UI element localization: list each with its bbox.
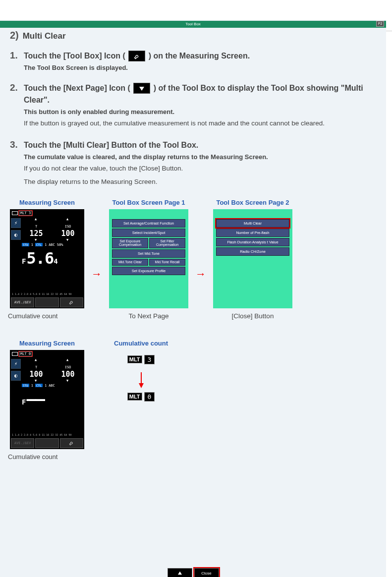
- blank-button[interactable]: [35, 297, 58, 307]
- std-badge: STD: [22, 384, 29, 387]
- ctl-badge: CTL: [35, 384, 43, 387]
- t-value[interactable]: 100: [22, 370, 51, 379]
- user-label: ABC: [49, 384, 55, 388]
- section-number: 2): [10, 30, 19, 41]
- step-1-text-b: ) on the Measuring Screen.: [149, 52, 250, 60]
- btn-radio-ch-zone[interactable]: Radio CH/Zone: [216, 247, 289, 256]
- step-3-body2: The display returns to the Measuring Scr…: [24, 177, 371, 187]
- t-label: T: [35, 365, 37, 369]
- caption-measuring-screen: Measuring Screen: [19, 199, 75, 206]
- step-2-sub: This button is only enabled during measu…: [24, 108, 371, 115]
- step-3-sub: The cumulate value is cleared, and the d…: [24, 153, 371, 161]
- step-2-body: If the button is grayed out, the cumulat…: [24, 118, 371, 128]
- ev-scale: 1 1.4 2 2.8 4 5.6 8 11 16 22 32 45 64 90: [12, 292, 82, 295]
- toolbox-screen-p1: Tool Box P1 Set Average/Contrast Functio…: [109, 209, 188, 308]
- step-number: 1.: [10, 50, 18, 61]
- caption-toolbox-p1: Tool Box Screen Page 1: [109, 199, 188, 206]
- toolbox-button[interactable]: [60, 438, 83, 448]
- mlt-after: MLT0: [127, 392, 155, 402]
- caption-cumulative-count: Cumulative count: [114, 340, 168, 347]
- section-title: Multi Clear: [23, 31, 66, 41]
- t-value[interactable]: 125: [22, 229, 51, 238]
- toolbox-button[interactable]: [60, 297, 83, 307]
- iso-label: ISO: [65, 225, 71, 229]
- toolbox-screen-p2: Tool Box P2 Multi Clear Number of Pre-fl…: [213, 209, 292, 308]
- blank-button[interactable]: [35, 438, 58, 448]
- percent-value: 50%: [57, 243, 63, 247]
- toolbox-title: Tool Box: [0, 21, 386, 28]
- flash-mode-icon[interactable]: ⚡: [11, 359, 21, 369]
- btn-select-incident-spot[interactable]: Select Incident/Spot: [112, 229, 185, 237]
- ch-value: 1: [31, 243, 33, 247]
- battery-icon: [12, 211, 18, 215]
- btn-number-preflash[interactable]: Number of Pre-flash: [216, 229, 289, 237]
- page-indicator: P2: [376, 21, 384, 27]
- btn-average-contrast[interactable]: Set Average/Contrast Function: [112, 219, 185, 228]
- mlt-indicator: MLT 3: [19, 211, 32, 216]
- iso-value[interactable]: 100: [54, 370, 82, 379]
- sphere-mode-icon[interactable]: ◐: [11, 230, 21, 240]
- btn-filter-comp[interactable]: Set Filter Compensation: [149, 238, 185, 248]
- measuring-screen-1: MLT 3 ⚡ ◐ ▲ T: [10, 209, 84, 308]
- f-reading: F––: [22, 390, 82, 408]
- zone-value: 1: [45, 243, 47, 247]
- step-1-text-a: Touch the [Tool Box] Icon (: [24, 52, 125, 60]
- btn-midtone-recall[interactable]: Mid.Tone Recall: [149, 259, 185, 266]
- wrench-icon: [128, 51, 145, 61]
- btn-flash-duration[interactable]: Flash Duration Analysis t Value: [216, 238, 289, 246]
- btn-exposure-profile[interactable]: Set Exposure Profile: [112, 267, 185, 275]
- prev-page-button[interactable]: [168, 568, 192, 577]
- caption-measuring-screen-2: Measuring Screen: [19, 340, 75, 347]
- step-2: 2. Touch the [Next Page] Icon ( ) of the…: [10, 82, 371, 128]
- step-3-head: Touch the [Multi Clear] Button of the To…: [24, 139, 371, 151]
- section-heading: 2) Multi Clear: [10, 30, 371, 41]
- iso-label: ISO: [65, 365, 71, 369]
- flash-mode-icon[interactable]: ⚡: [11, 218, 21, 228]
- battery-icon: [12, 352, 18, 356]
- svg-marker-0: [139, 87, 144, 91]
- label-cumulative-count: Cumulative count: [8, 312, 57, 320]
- step-number: 2.: [10, 82, 18, 93]
- arrow-right-icon: →: [195, 268, 206, 281]
- label-close-button: [Close] Button: [232, 312, 274, 320]
- iso-value[interactable]: 100: [54, 229, 82, 238]
- step-number: 3.: [10, 139, 18, 150]
- sphere-mode-icon[interactable]: ◐: [11, 371, 21, 381]
- mlt-before: MLT3: [127, 355, 155, 364]
- step-1-sub: The Tool Box Screen is displayed.: [24, 64, 371, 71]
- close-button[interactable]: Close: [194, 568, 219, 577]
- ch-value: 1: [31, 384, 33, 388]
- triangle-down-icon: [133, 83, 150, 94]
- arrow-right-icon: →: [91, 268, 102, 281]
- ctl-badge: CTL: [35, 243, 43, 246]
- step-3: 3. Touch the [Multi Clear] Button of the…: [10, 139, 371, 187]
- mlt-indicator: MLT 0: [19, 351, 32, 356]
- btn-exposure-comp[interactable]: Set Exposure Compensation: [112, 238, 148, 248]
- btn-multi-clear[interactable]: Multi Clear: [216, 219, 289, 228]
- step-2-text-a: Touch the [Next Page] Icon (: [24, 84, 130, 92]
- step-3-body1: If you do not clear the value, touch the…: [24, 164, 371, 173]
- user-label: ABC: [49, 243, 55, 247]
- ave-ev-button-disabled: AVE./ΔEV: [11, 438, 34, 448]
- btn-set-midtone[interactable]: Set Mid.Tone: [112, 249, 185, 258]
- ev-scale: 1 1.4 2 2.8 4 5.6 8 11 16 22 32 45 64 90: [12, 433, 82, 436]
- label-to-next-page: To Next Page: [128, 312, 168, 320]
- measuring-screen-2: MLT 0 ⚡ ◐ ▲ T: [10, 350, 84, 449]
- label-cumulative-count-2: Cumulative count: [8, 453, 57, 461]
- ave-ev-button[interactable]: AVE./ΔEV: [11, 297, 34, 307]
- zone-value: 1: [45, 384, 47, 388]
- arrow-down-icon: [139, 383, 144, 388]
- t-label: T: [35, 225, 37, 229]
- step-1: 1. Touch the [Tool Box] Icon ( ) on the …: [10, 50, 371, 71]
- caption-toolbox-p2: Tool Box Screen Page 2: [213, 199, 292, 206]
- std-badge: STD: [22, 243, 29, 246]
- arrow-stem: [141, 372, 142, 383]
- svg-marker-2: [178, 572, 182, 575]
- f-reading: F5.64: [22, 249, 82, 268]
- btn-midtone-clear[interactable]: Mid.Tone Clear: [112, 259, 148, 266]
